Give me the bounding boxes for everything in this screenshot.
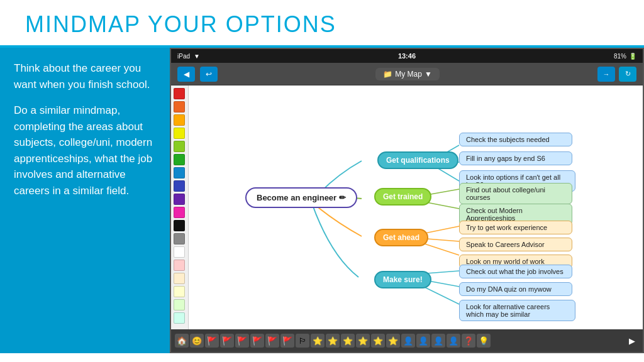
- toolbar-forward-button[interactable]: ↩: [200, 67, 218, 82]
- chevron-down-icon: ▼: [425, 70, 432, 79]
- leaf-check-subjects-label: Check the subjects needed: [466, 136, 550, 143]
- bottom-star-yellow-icon[interactable]: ⭐: [341, 334, 355, 348]
- ipad-signal-icon: ▼: [194, 53, 200, 60]
- bottom-star-grey-icon[interactable]: ⭐: [386, 334, 400, 348]
- bottom-flag-purple-icon[interactable]: 🚩: [280, 334, 294, 348]
- toolbar-right: → ↻: [597, 67, 636, 82]
- branch-trained[interactable]: Get trained: [374, 188, 431, 206]
- swatch-yellow[interactable]: [174, 128, 185, 139]
- bottom-star-orange-icon[interactable]: ⭐: [326, 334, 340, 348]
- swatch-red[interactable]: [174, 88, 185, 99]
- ipad-battery-icon: 🔋: [629, 53, 636, 60]
- leaf-job-involves: Check out what the job involves: [459, 265, 572, 278]
- swatch-lime[interactable]: [174, 141, 185, 152]
- left-panel-paragraph2: Do a similar mindmap, completing the are…: [14, 102, 156, 199]
- my-map-button[interactable]: 📁 My Map ▼: [375, 68, 440, 80]
- bottom-flag-red-icon[interactable]: 🚩: [205, 334, 219, 348]
- bottom-emoji-icon[interactable]: 😊: [190, 334, 204, 348]
- bottom-flag-orange-icon[interactable]: 🚩: [220, 334, 234, 348]
- swatch-white[interactable]: [174, 246, 185, 258]
- swatch-purple[interactable]: [174, 194, 185, 205]
- ipad-left-status: iPad ▼: [177, 53, 200, 60]
- bottom-star-red-icon[interactable]: ⭐: [311, 334, 325, 348]
- leaf-dna-quiz-label: Do my DNA quiz on mywow: [466, 285, 552, 293]
- leaf-apprenticeships-label: Check out Modern Apprenticeships: [466, 207, 523, 222]
- leaf-job-involves-label: Check out what the job involves: [466, 268, 564, 275]
- branch-qualifications[interactable]: Get qualifications: [377, 151, 458, 169]
- toolbar-back-button[interactable]: ◀: [177, 67, 195, 82]
- swatch-green[interactable]: [174, 154, 185, 165]
- central-node-label: Become an engineer ✏: [257, 193, 346, 202]
- bottom-person-red-icon[interactable]: 👤: [401, 334, 415, 348]
- left-panel: Think about the career you want when you…: [0, 48, 170, 353]
- bottom-home-icon[interactable]: 🏠: [175, 334, 189, 348]
- leaf-alternative-careers: Look for alternative careers which may b…: [459, 300, 575, 321]
- leaf-work-experience-label: Try to get work experience: [466, 224, 547, 231]
- color-palette: [171, 85, 189, 352]
- bottom-flag-yellow-icon[interactable]: 🚩: [235, 334, 249, 348]
- toolbar-center: 📁 My Map ▼: [223, 68, 592, 80]
- ipad-container: iPad ▼ 13:46 81% 🔋 ◀ ↩ 📁 My Map ▼: [170, 48, 644, 353]
- my-map-label: My Map: [395, 70, 422, 79]
- ipad-battery: 81% 🔋: [614, 53, 636, 60]
- page-title: MINDMAP YOUR OPTIONS: [25, 11, 619, 38]
- leaf-college-courses: Find out about college/uni courses: [459, 183, 572, 204]
- branch-trained-label: Get trained: [383, 192, 423, 201]
- ipad-bottom-toolbar: 🏠 😊 🚩 🚩 🚩 🚩 🚩 🚩 🏳 ⭐ ⭐ ⭐ ⭐ ⭐ ⭐ 👤 👤 👤 👤: [171, 329, 643, 352]
- ipad-statusbar: iPad ▼ 13:46 81% 🔋: [171, 49, 643, 63]
- swatch-light-blue[interactable]: [174, 167, 185, 178]
- leaf-work-experience: Try to get work experience: [459, 221, 572, 234]
- swatch-gray[interactable]: [174, 233, 185, 244]
- bottom-person-green-icon[interactable]: 👤: [447, 334, 460, 348]
- bottom-flag-white-icon[interactable]: 🏳: [296, 334, 309, 348]
- left-panel-paragraph1: Think about the career you want when you…: [14, 60, 156, 92]
- toolbar-share-button[interactable]: →: [597, 67, 615, 82]
- bottom-star-green-icon[interactable]: ⭐: [356, 334, 370, 348]
- swatch-peach[interactable]: [174, 273, 185, 284]
- ipad-battery-label: 81%: [614, 53, 626, 60]
- ipad-toolbar: ◀ ↩ 📁 My Map ▼ → ↻: [171, 63, 643, 85]
- swatch-light-yellow[interactable]: [174, 286, 185, 297]
- central-node[interactable]: Become an engineer ✏: [245, 187, 357, 208]
- leaf-alternative-careers-label: Look for alternative careers which may b…: [466, 303, 550, 318]
- swatch-light-green[interactable]: [174, 299, 185, 310]
- branch-qualifications-label: Get qualifications: [386, 156, 450, 165]
- bottom-person-blue-icon[interactable]: 👤: [431, 334, 445, 348]
- leaf-fill-gaps: Fill in any gaps by end S6: [459, 151, 572, 165]
- leaf-dna-quiz: Do my DNA quiz on mywow: [459, 282, 572, 296]
- branch-makesure[interactable]: Make sure!: [374, 271, 431, 288]
- bottom-flag-blue-icon[interactable]: 🚩: [265, 334, 279, 348]
- leaf-college-courses-label: Find out about college/uni courses: [466, 186, 545, 201]
- swatch-black[interactable]: [174, 220, 185, 231]
- bottom-question-icon[interactable]: ❓: [462, 334, 475, 348]
- top-section: MINDMAP YOUR OPTIONS: [0, 0, 644, 48]
- branch-ahead[interactable]: Get ahead: [374, 229, 428, 246]
- folder-icon: 📁: [383, 70, 392, 79]
- swatch-orange[interactable]: [174, 114, 185, 126]
- swatch-mint[interactable]: [174, 312, 185, 324]
- swatch-orange-red[interactable]: [174, 101, 185, 112]
- branch-makesure-label: Make sure!: [383, 275, 423, 284]
- swatch-light-pink[interactable]: [174, 260, 185, 271]
- leaf-check-subjects: Check the subjects needed: [459, 133, 572, 146]
- ipad: iPad ▼ 13:46 81% 🔋 ◀ ↩ 📁 My Map ▼: [170, 48, 644, 353]
- bottom-star-blue-icon[interactable]: ⭐: [371, 334, 385, 348]
- leaf-fill-gaps-label: Fill in any gaps by end S6: [466, 155, 545, 162]
- bottom-person-orange-icon[interactable]: 👤: [416, 334, 430, 348]
- leaf-careers-advisor: Speak to Careers Advisor: [459, 238, 572, 251]
- main-content: Think about the career you want when you…: [0, 48, 644, 353]
- ipad-device-label: iPad: [177, 53, 190, 60]
- ipad-content: Become an engineer ✏ Get qualifications …: [171, 85, 643, 352]
- ipad-time: 13:46: [398, 52, 416, 60]
- bottom-next-icon[interactable]: ▶: [625, 334, 639, 348]
- branch-ahead-label: Get ahead: [383, 233, 419, 242]
- leaf-careers-advisor-label: Speak to Careers Advisor: [466, 241, 545, 248]
- bottom-flag-green-icon[interactable]: 🚩: [250, 334, 264, 348]
- swatch-blue[interactable]: [174, 180, 185, 192]
- bottom-bulb-icon[interactable]: 💡: [477, 334, 491, 348]
- swatch-pink[interactable]: [174, 207, 185, 218]
- toolbar-refresh-button[interactable]: ↻: [619, 67, 636, 82]
- mindmap-canvas: Become an engineer ✏ Get qualifications …: [189, 85, 643, 352]
